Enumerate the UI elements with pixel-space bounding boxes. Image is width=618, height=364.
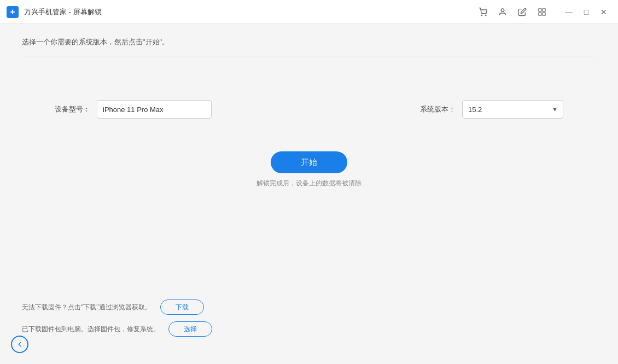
device-label: 设备型号： <box>55 104 90 114</box>
device-input[interactable] <box>97 100 212 119</box>
select-text: 已下载固件包到电脑。选择固件包，修复系统。 <box>22 325 160 334</box>
divider <box>22 56 596 56</box>
title-bar: + 万兴手机管家 - 屏幕解锁 <box>0 0 618 24</box>
svg-point-0 <box>481 15 482 15</box>
download-text: 无法下载固件？点击"下载"通过浏览器获取。 <box>22 303 151 312</box>
svg-point-2 <box>501 9 504 11</box>
warning-text: 解锁完成后，设备上的数据将被清除 <box>256 179 362 188</box>
window-controls: — □ ✕ <box>561 4 611 20</box>
edit-icon[interactable] <box>517 7 527 17</box>
svg-rect-3 <box>539 9 541 11</box>
start-button[interactable]: 开始 <box>271 151 347 173</box>
select-row: 已下载固件包到电脑。选择固件包，修复系统。 选择 <box>22 321 212 337</box>
device-group: 设备型号： <box>55 100 212 119</box>
svg-rect-4 <box>543 9 545 11</box>
form-row: 设备型号： 系统版本： 15.2 15.1 15.0 14.8 14.7 ▼ <box>22 100 596 119</box>
system-label: 系统版本： <box>420 104 456 114</box>
button-area: 开始 解锁完成后，设备上的数据将被清除 <box>22 151 596 188</box>
svg-rect-6 <box>543 13 545 15</box>
download-button[interactable]: 下载 <box>160 300 204 315</box>
svg-point-1 <box>486 15 486 15</box>
user-icon[interactable] <box>498 7 508 17</box>
back-button[interactable] <box>11 336 28 353</box>
app-logo: + <box>7 6 19 18</box>
download-row: 无法下载固件？点击"下载"通过浏览器获取。 下载 <box>22 300 212 315</box>
svg-rect-5 <box>539 13 541 15</box>
close-button[interactable]: ✕ <box>596 4 611 20</box>
system-select[interactable]: 15.2 15.1 15.0 14.8 14.7 <box>462 100 563 119</box>
select-button[interactable]: 选择 <box>168 321 212 337</box>
maximize-button[interactable]: □ <box>579 4 594 20</box>
title-bar-left: + 万兴手机管家 - 屏幕解锁 <box>7 6 102 18</box>
system-select-wrapper: 15.2 15.1 15.0 14.8 14.7 ▼ <box>462 100 563 119</box>
app-title: 万兴手机管家 - 屏幕解锁 <box>24 7 102 17</box>
minimize-button[interactable]: — <box>561 4 576 20</box>
system-group: 系统版本： 15.2 15.1 15.0 14.8 14.7 ▼ <box>420 100 563 119</box>
main-content: 选择一个你需要的系统版本，然后点击"开始"。 设备型号： 系统版本： 15.2 … <box>0 24 618 364</box>
title-bar-actions: — □ ✕ <box>478 4 611 20</box>
cart-icon[interactable] <box>478 7 488 17</box>
instruction-text: 选择一个你需要的系统版本，然后点击"开始"。 <box>22 37 596 47</box>
bottom-section: 无法下载固件？点击"下载"通过浏览器获取。 下载 已下载固件包到电脑。选择固件包… <box>22 300 212 337</box>
layout-icon[interactable] <box>537 7 547 17</box>
